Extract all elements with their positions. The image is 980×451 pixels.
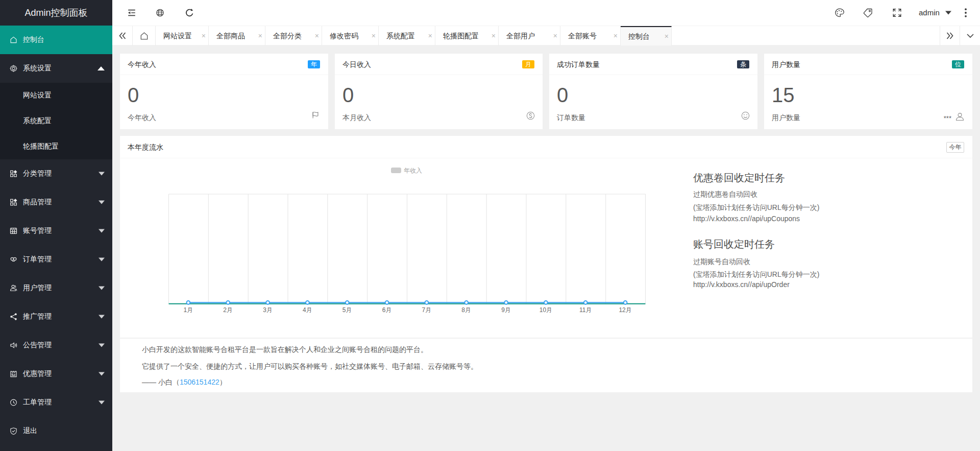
svg-text:3月: 3月 bbox=[263, 306, 273, 314]
svg-text:2月: 2月 bbox=[223, 306, 233, 314]
svg-text:7月: 7月 bbox=[422, 306, 432, 314]
svg-text:6月: 6月 bbox=[382, 306, 392, 314]
svg-text:4月: 4月 bbox=[303, 306, 312, 314]
svg-text:5月: 5月 bbox=[342, 306, 352, 314]
svg-text:8月: 8月 bbox=[461, 306, 471, 314]
svg-text:11月: 11月 bbox=[579, 306, 592, 314]
svg-text:1月: 1月 bbox=[184, 306, 193, 314]
svg-text:年收入: 年收入 bbox=[404, 167, 422, 174]
svg-text:9月: 9月 bbox=[501, 306, 511, 314]
svg-text:12月: 12月 bbox=[619, 306, 631, 314]
svg-text:10月: 10月 bbox=[540, 306, 552, 314]
